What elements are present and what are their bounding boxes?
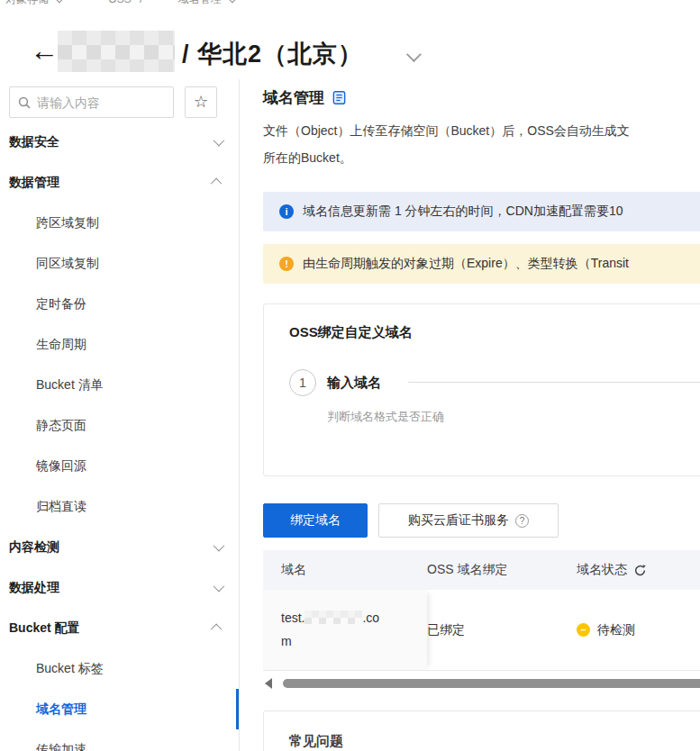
sidebar-item-transfer-acceleration[interactable]: 传输加速 [0,729,239,751]
horizontal-scrollbar[interactable] [263,677,700,690]
sidebar-item-content-moderation[interactable]: 内容检测 [0,527,239,567]
column-header-status: 域名状态 [577,562,647,578]
breadcrumb-separator: / [140,0,142,5]
breadcrumb-item[interactable]: OSS [108,0,131,5]
doc-link-icon[interactable] [332,90,347,105]
sidebar-item-same-region-replication[interactable]: 同区域复制 [0,243,239,284]
buy-certificate-button[interactable]: 购买云盾证书服务 ? [378,503,559,538]
active-item-indicator [236,689,239,729]
info-banner-text: 域名信息更新需 1 分钟左右的时间，CDN加速配置需要10 [303,204,623,220]
region-dropdown[interactable] [407,49,418,65]
main-content: 域名管理 文件（Object）上传至存储空间（Bucket）后，OSS会自动生成… [263,79,700,751]
sidebar-item-static-pages[interactable]: 静态页面 [0,405,239,446]
sidebar-item-cross-region-replication[interactable]: 跨区域复制 [0,203,239,243]
back-button[interactable]: ← [30,36,59,65]
faq-card: 常见问题 [263,710,700,751]
status-pending-icon: – [577,623,590,637]
help-icon[interactable]: ? [515,514,529,528]
breadcrumb-item[interactable]: 域名管理 [178,0,222,5]
chevron-up-icon [211,624,223,636]
chevron-down-icon [214,135,225,147]
status-badge: 待检测 [597,622,635,638]
sidebar-item-mirror-back-to-origin[interactable]: 镜像回源 [0,446,239,486]
step-connector-line [408,382,700,383]
sidebar-item-scheduled-backup[interactable]: 定时备份 [0,284,239,324]
warning-banner-text: 由生命周期触发的对象过期（Expire）、类型转换（Transit [303,256,629,272]
cell-domain: test..co m [263,590,427,670]
step-title: 输入域名 [327,375,381,392]
page-description: 文件（Object）上传至存储空间（Bucket）后，OSS会自动生成文 [263,121,630,140]
bind-domain-button[interactable]: 绑定域名 [263,503,368,538]
sidebar-search[interactable] [9,86,174,118]
sidebar-item-lifecycle[interactable]: 生命周期 [0,324,239,365]
warning-icon: ! [279,257,294,271]
column-header-domain: 域名 [263,562,427,578]
chevron-down-icon [54,0,66,3]
star-icon: ☆ [194,93,208,111]
cell-oss-bind: 已绑定 [427,590,577,670]
search-icon [18,96,31,109]
step-description: 判断域名格式是否正确 [327,409,444,425]
bind-domain-card: OSS绑定自定义域名 1 输入域名 判断域名格式是否正确 [263,303,700,476]
oss-console-page: 对象存储 OSS / 域名管理 ← / 华北2（北京） ☆ 数据安全 [0,0,700,751]
chevron-up-icon [211,178,223,190]
sidebar-item-data-processing[interactable]: 数据处理 [0,567,239,608]
page-description: 所在的Bucket。 [263,148,352,167]
search-input[interactable] [37,95,165,110]
chevron-down-icon [226,0,238,3]
breadcrumb: 对象存储 OSS / 域名管理 [0,0,700,9]
sidebar-item-archive-direct-read[interactable]: 归档直读 [0,486,239,527]
redacted-domain-part [305,611,362,624]
scroll-left-arrow-icon[interactable] [265,678,272,689]
section-title: 域名管理 [263,87,324,108]
sidebar-item-bucket-inventory[interactable]: Bucket 清单 [0,365,239,405]
sidebar-menu: 数据安全 数据管理 跨区域复制 同区域复制 定时备份 生命周期 Bucket 清… [0,122,239,751]
table-header: 域名 OSS 域名绑定 域名状态 [263,550,700,590]
cell-status: – 待检测 [577,590,635,670]
chevron-down-icon [214,581,225,593]
sidebar: ☆ 数据安全 数据管理 跨区域复制 同区域复制 定时备份 生命周期 [0,79,240,751]
breadcrumb-item[interactable]: 对象存储 [5,0,49,5]
info-icon: i [279,204,294,219]
chevron-down-icon [406,47,422,62]
faq-title: 常见问题 [289,733,343,750]
card-title: OSS绑定自定义域名 [289,324,413,341]
sidebar-item-bucket-settings[interactable]: Bucket 配置 [0,608,239,648]
sidebar-item-domain-management[interactable]: 域名管理 [0,689,239,729]
redacted-bucket-name [58,31,175,72]
warning-banner: ! 由生命周期触发的对象过期（Expire）、类型转换（Transit [263,244,700,284]
refresh-icon[interactable] [633,564,647,577]
info-banner: i 域名信息更新需 1 分钟左右的时间，CDN加速配置需要10 [263,192,700,231]
favorite-button[interactable]: ☆ [185,86,217,118]
chevron-down-icon [214,540,225,552]
sidebar-item-data-security[interactable]: 数据安全 [0,122,239,162]
table-row[interactable]: test..co m 已绑定 – 待检测 [263,590,700,671]
page-title: / 华北2（北京） [182,38,363,70]
sidebar-item-bucket-tags[interactable]: Bucket 标签 [0,648,239,689]
step-number-badge: 1 [289,369,316,396]
scrollbar-thumb[interactable] [283,679,700,688]
column-header-oss-bind: OSS 域名绑定 [427,562,577,578]
sidebar-item-data-management[interactable]: 数据管理 [0,162,239,203]
